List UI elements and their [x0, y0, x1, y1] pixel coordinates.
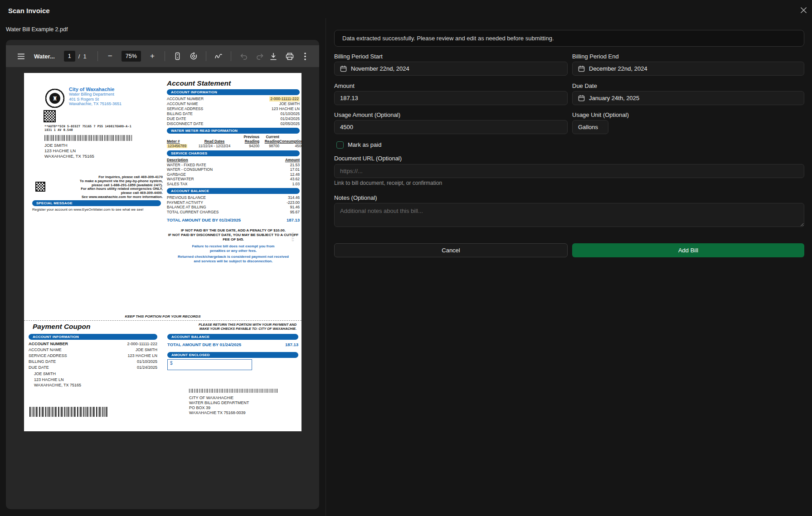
account-barcode: [29, 407, 107, 417]
toolbar-divider: [206, 51, 206, 61]
file-name: Water Bill Example 2.pdf: [6, 26, 68, 33]
zoom-level-input[interactable]: 75%: [122, 51, 141, 62]
pdf-page: ♜ City of Waxahachie Water Billing Depar…: [24, 73, 301, 431]
account-number-value: 2-000-11111-222: [269, 96, 300, 101]
usage-unit-select[interactable]: Gallons: [572, 120, 608, 134]
account-balance-header: ACCOUNT BALANCE: [167, 188, 300, 194]
add-bill-button[interactable]: Add Bill: [572, 243, 804, 257]
notes-label: Notes (Optional): [334, 194, 377, 201]
meter-read-table: Previous Current Meter # Read Dates Read…: [167, 135, 300, 149]
document-url-label: Document URL (Optional): [334, 155, 402, 162]
rotate-icon[interactable]: [187, 49, 200, 63]
sender-address-block: City of Waxahachie Water Billing Departm…: [69, 87, 122, 106]
print-icon[interactable]: [283, 49, 297, 63]
redo-icon[interactable]: [253, 49, 267, 63]
usage-unit-label: Usage Unit (Optional): [572, 111, 629, 118]
page-separator: /: [78, 53, 80, 60]
waxahachie-logo: ♜: [44, 87, 66, 110]
download-icon[interactable]: [267, 49, 280, 63]
amount-enclosed-header: AMOUNT ENCLOSED: [167, 352, 298, 358]
menu-icon[interactable]: [14, 49, 28, 63]
recipient-name: JOE SMITH: [44, 143, 94, 148]
coupon-total-due-row: TOTAL AMOUNT DUE BY 01/24/2025 187.13: [167, 342, 298, 347]
qr-code-small: [35, 182, 45, 192]
coupon-recipient-block: JOE SMITH 123 HACHIE LN WAXAHACHIE, TX 7…: [34, 371, 81, 388]
document-url-helper: Link to bill document, receipt, or confi…: [334, 180, 442, 186]
meter-number-value: 123456789: [167, 144, 187, 148]
remit-to-block: CITY OF WAXAHACHIE WATER BILLING DEPARTM…: [189, 395, 249, 415]
sender-city-state: Waxahachie, TX 75165-3651: [69, 101, 122, 106]
return-portion-note: PLEASE RETURN THIS PORTION WITH YOUR PAY…: [186, 323, 297, 331]
calendar-icon: [578, 95, 585, 101]
usage-amount-label: Usage Amount (Optional): [334, 111, 400, 118]
coupon-account-information-rows: ACCOUNT NUMBER2-000-11111-222 ACCOUNT NA…: [29, 341, 157, 371]
close-icon[interactable]: [797, 4, 810, 16]
billing-period-start-field[interactable]: November 22nd, 2024: [334, 62, 568, 76]
page-title: Scan Invoice: [8, 7, 50, 14]
status-message: Data extracted successfully. Please revi…: [334, 30, 804, 47]
mail-sort-code: **AUTO**SCH 5-DIGIT 75165 7 PS5 149817EA…: [44, 125, 131, 132]
tear-line: [24, 320, 301, 321]
calendar-icon: [578, 65, 585, 72]
amount-input[interactable]: [334, 91, 568, 105]
document-url-input[interactable]: [334, 164, 804, 178]
total-amount-due-row: TOTAL AMOUNT DUE BY 01/24/2025 187.13: [167, 217, 300, 222]
coupon-account-information-header: ACCOUNT INFORMATION: [29, 334, 157, 340]
special-message-header: SPECIAL MESSAGE: [32, 200, 161, 206]
annotate-pen-icon[interactable]: [212, 49, 225, 63]
usage-amount-input[interactable]: [334, 120, 568, 134]
toolbar-divider: [97, 51, 98, 61]
toolbar-divider: [165, 51, 165, 61]
account-statement-section: Account Statement ACCOUNT INFORMATION AC…: [167, 79, 300, 264]
amount-label: Amount: [334, 82, 355, 89]
amount-enclosed-box: $: [167, 359, 252, 370]
panel-divider: [326, 18, 326, 516]
service-charges-header: SERVICE CHARGES: [167, 150, 300, 156]
statement-title: Account Statement: [167, 79, 300, 87]
more-options-icon[interactable]: [298, 49, 312, 63]
calendar-icon: [340, 65, 347, 72]
sender-street: 401 S Rogers St: [69, 97, 122, 102]
mark-as-paid-label: Mark as paid: [348, 141, 381, 148]
cancel-button[interactable]: Cancel: [334, 243, 568, 257]
inquiries-block: For inquiries, please call 469-309-4170 …: [51, 175, 163, 199]
page-number-input[interactable]: 1: [64, 51, 75, 62]
account-information-header: ACCOUNT INFORMATION: [167, 89, 300, 95]
toolbar-divider: [231, 51, 231, 61]
billing-period-end-field[interactable]: December 22nd, 2024: [572, 62, 804, 76]
zoom-in-button[interactable]: +: [146, 49, 159, 63]
qr-code: [44, 110, 56, 122]
special-message-text: Register your account on www.EyeOnWater.…: [32, 207, 144, 212]
scan-invoice-modal: Scan Invoice Water Bill Example 2.pdf Wa…: [0, 0, 812, 516]
intelligent-mail-barcode: [44, 135, 132, 141]
mark-as-paid-checkbox[interactable]: [336, 141, 344, 149]
fit-to-page-icon[interactable]: [170, 49, 184, 63]
billing-period-start-label: Billing Period Start: [334, 53, 383, 60]
due-date-label: Due Date: [572, 82, 597, 89]
pdf-viewer-panel: Water... 1 / 1 − 75% +: [6, 40, 319, 509]
recipient-address-block: JOE SMITH 123 HACHIE LN WAXAHACHIE, TX 7…: [44, 143, 94, 159]
sender-dept: Water Billing Department: [69, 92, 122, 97]
meter-read-header: WATER METER READ INFORMATION: [167, 128, 300, 134]
zoom-out-button[interactable]: −: [103, 49, 117, 63]
postnet-barcode: [189, 389, 278, 393]
sender-city: City of Waxahachie: [69, 87, 122, 92]
pdf-toolbar: Water... 1 / 1 − 75% +: [6, 45, 319, 67]
notes-textarea[interactable]: [334, 203, 804, 227]
coupon-account-balance-header: ACCOUNT BALANCE: [167, 334, 298, 340]
recipient-city-state: WAXAHACHIE, TX 75165: [44, 154, 94, 159]
due-date-field[interactable]: January 24th, 2025: [572, 91, 804, 105]
chevron-down-icon: [602, 126, 603, 129]
recipient-street: 123 HACHIE LN: [44, 148, 94, 154]
print-control-code: 1831.1.1: [292, 232, 294, 241]
pdf-doc-title: Water...: [34, 53, 55, 60]
payment-coupon-title: Payment Coupon: [33, 323, 90, 331]
undo-icon[interactable]: [237, 49, 250, 63]
page-total: 1: [83, 53, 86, 60]
billing-period-end-label: Billing Period End: [572, 53, 619, 60]
keep-portion-note: KEEP THIS PORTION FOR YOUR RECORDS: [24, 314, 301, 318]
